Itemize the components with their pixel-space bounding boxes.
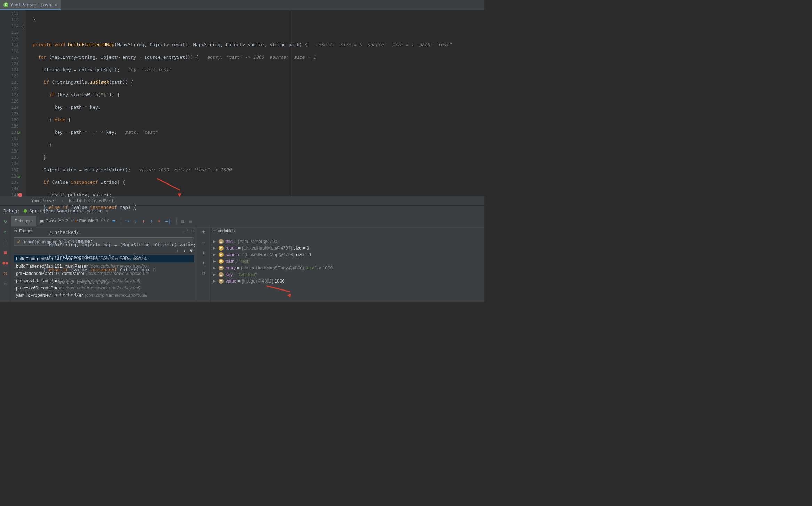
file-tab-label: YamlParser.java — [10, 2, 51, 7]
frames-title: Frames — [19, 229, 33, 234]
rerun-icon[interactable]: ↻ — [2, 218, 9, 224]
breakpoint-icon[interactable] — [18, 193, 22, 197]
java-class-icon: C — [3, 2, 8, 7]
pause-icon[interactable]: ‖ — [2, 239, 9, 245]
stop-icon[interactable]: ■ — [2, 249, 9, 255]
recursion-icon — [18, 174, 22, 178]
gutter: 112⊟ 113 114@⊟ 115⊟ 116 117⊟ 118⊟ 119 12… — [0, 10, 26, 196]
breakpoints-icon[interactable]: ●● — [2, 260, 9, 266]
editor-tab-bar: C YamlParser.java × — [0, 0, 484, 10]
debug-label: Debug: — [3, 208, 20, 213]
recursion-icon — [18, 130, 22, 134]
file-tab[interactable]: C YamlParser.java × — [0, 0, 61, 10]
close-icon[interactable]: × — [55, 2, 57, 7]
trace-icon[interactable]: ≣ — [189, 218, 192, 224]
check-icon: ✔ — [17, 239, 21, 244]
code-area[interactable]: } private void buildFlattenedMap(Map<Str… — [26, 10, 484, 196]
mute-breakpoints-icon[interactable]: ⦸ — [2, 270, 9, 276]
debug-side-toolbar: ↻ ▸ ‖ ■ ●● ⦸ » — [0, 216, 11, 302]
frames-icon: ⧉ — [14, 229, 17, 234]
spring-boot-icon: ⬢ — [23, 208, 27, 213]
resume-icon[interactable]: ▸ — [2, 228, 9, 235]
code-editor[interactable]: 112⊟ 113 114@⊟ 115⊟ 116 117⊟ 118⊟ 119 12… — [0, 10, 484, 196]
more-icon[interactable]: » — [2, 280, 9, 287]
